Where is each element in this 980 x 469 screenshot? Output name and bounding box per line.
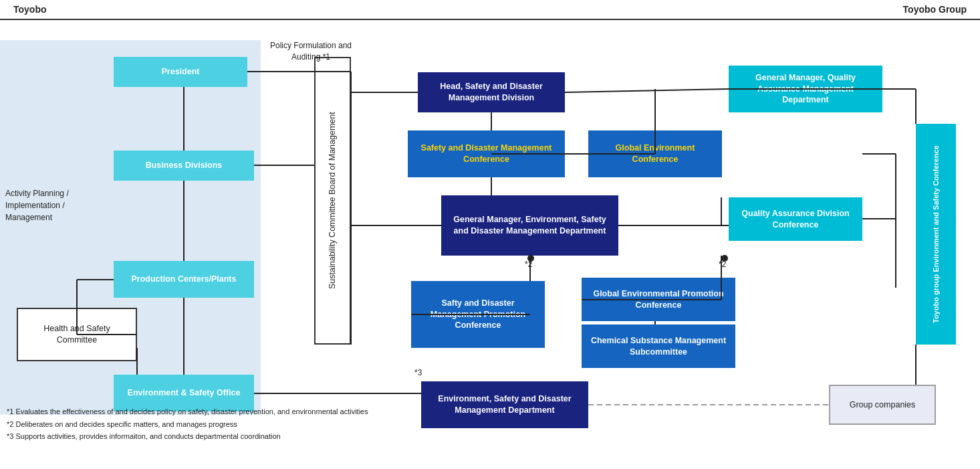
policy-formulation-label: Policy Formulation and Auditing *1 bbox=[261, 40, 361, 63]
note3-label: *3 bbox=[414, 368, 422, 377]
dot-junction-2 bbox=[721, 255, 728, 262]
head-safety-box: Head, Safety and Disaster Management Div… bbox=[418, 72, 565, 112]
business-divisions-box: Business Divisions bbox=[114, 151, 254, 181]
general-mgr-env-box: General Manager, Environment, Safety and… bbox=[441, 195, 618, 256]
top-bar: Toyobo Toyobo Group bbox=[0, 0, 980, 20]
qa-division-conf-box: Quality Assurance Division Conference bbox=[729, 197, 862, 241]
dot-junction-1 bbox=[527, 255, 534, 262]
health-safety-box: Health and Safety Committee bbox=[17, 308, 137, 361]
global-env-promo-box: Global Environmental Promotion Conferenc… bbox=[582, 278, 735, 321]
toyobo-group-conf-box: Toyobo group Environment and Safety Conf… bbox=[916, 124, 956, 345]
diagram-area: Activity Planning / Implementation / Man… bbox=[0, 20, 980, 448]
footnote-3: *3 Supports activities, provides informa… bbox=[7, 430, 368, 443]
footnotes: *1 Evaluates the effectiveness of and de… bbox=[7, 405, 368, 443]
safty-disaster-promo-box: Safty and Disaster Management Promotion … bbox=[411, 281, 545, 348]
production-centers-box: Production Centers/Plants bbox=[114, 261, 254, 298]
general-mgr-qa-box: General Manager, Quality Assurance Manag… bbox=[729, 66, 882, 112]
president-box: President bbox=[114, 57, 247, 87]
svg-line-13 bbox=[565, 89, 729, 92]
toyobo-group-label: Toyobo Group bbox=[903, 4, 967, 15]
chemical-substance-box: Chemical Substance Management Subcommitt… bbox=[582, 324, 735, 368]
env-safety-dept-box: Environment, Safety and Disaster Managem… bbox=[421, 381, 588, 428]
group-companies-box: Group companies bbox=[829, 385, 936, 425]
footnote-2: *2 Deliberates on and decides specific m… bbox=[7, 418, 368, 431]
sustainability-box: Sustainability Committee Board of Manage… bbox=[314, 57, 351, 345]
activity-planning-label: Activity Planning / Implementation / Man… bbox=[5, 187, 69, 223]
safety-disaster-conf-box: Safety and Disaster Management Conferenc… bbox=[408, 130, 565, 177]
footnote-1: *1 Evaluates the effectiveness of and de… bbox=[7, 405, 368, 418]
toyobo-label: Toyobo bbox=[13, 4, 47, 15]
global-env-conf-box: Global Environment Conference bbox=[588, 130, 722, 177]
